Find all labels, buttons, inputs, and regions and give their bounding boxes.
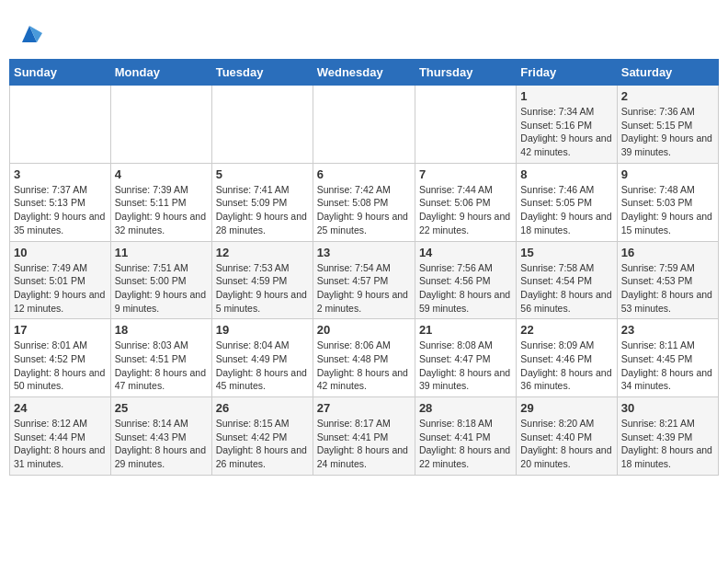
- week-row-2: 10Sunrise: 7:49 AMSunset: 5:01 PMDayligh…: [10, 241, 719, 319]
- day-number: 8: [520, 167, 612, 181]
- day-cell: 13Sunrise: 7:54 AMSunset: 4:57 PMDayligh…: [313, 241, 415, 319]
- day-number: 19: [216, 323, 309, 337]
- day-info: Sunrise: 8:04 AMSunset: 4:49 PMDaylight:…: [216, 339, 309, 393]
- day-info: Sunrise: 8:09 AMSunset: 4:46 PMDaylight:…: [520, 339, 612, 393]
- logo-icon: [13, 17, 46, 50]
- calendar: SundayMondayTuesdayWednesdayThursdayFrid…: [9, 59, 719, 476]
- day-cell: [10, 86, 111, 164]
- day-cell: [211, 86, 313, 164]
- day-info: Sunrise: 7:51 AMSunset: 5:00 PMDaylight:…: [115, 261, 208, 316]
- day-info: Sunrise: 8:17 AMSunset: 4:41 PMDaylight:…: [317, 417, 411, 471]
- day-number: 24: [14, 401, 107, 415]
- day-info: Sunrise: 7:58 AMSunset: 4:54 PMDaylight:…: [520, 261, 612, 316]
- calendar-body: 1Sunrise: 7:34 AMSunset: 5:16 PMDaylight…: [10, 86, 719, 476]
- day-cell: 16Sunrise: 7:59 AMSunset: 4:53 PMDayligh…: [617, 241, 718, 319]
- day-number: 13: [317, 246, 411, 259]
- day-info: Sunrise: 7:44 AMSunset: 5:06 PMDaylight:…: [419, 183, 512, 237]
- day-info: Sunrise: 7:54 AMSunset: 4:57 PMDaylight:…: [317, 261, 411, 316]
- day-number: 5: [216, 167, 309, 181]
- day-number: 28: [419, 401, 512, 415]
- day-cell: 30Sunrise: 8:21 AMSunset: 4:39 PMDayligh…: [617, 397, 718, 476]
- day-cell: 28Sunrise: 8:18 AMSunset: 4:41 PMDayligh…: [415, 397, 516, 476]
- day-info: Sunrise: 7:53 AMSunset: 4:59 PMDaylight:…: [216, 261, 309, 316]
- day-number: 2: [621, 89, 714, 103]
- day-cell: 9Sunrise: 7:48 AMSunset: 5:03 PMDaylight…: [617, 163, 718, 241]
- day-info: Sunrise: 7:48 AMSunset: 5:03 PMDaylight:…: [621, 183, 714, 237]
- day-number: 14: [419, 246, 512, 259]
- day-cell: 21Sunrise: 8:08 AMSunset: 4:47 PMDayligh…: [415, 319, 516, 397]
- calendar-header: SundayMondayTuesdayWednesdayThursdayFrid…: [10, 60, 719, 86]
- day-number: 16: [621, 246, 714, 259]
- day-cell: [415, 86, 516, 164]
- day-cell: 23Sunrise: 8:11 AMSunset: 4:45 PMDayligh…: [617, 319, 718, 397]
- day-number: 9: [621, 167, 714, 181]
- day-number: 15: [520, 246, 612, 259]
- header-thursday: Thursday: [415, 60, 516, 86]
- day-number: 20: [317, 323, 411, 337]
- day-info: Sunrise: 8:14 AMSunset: 4:43 PMDaylight:…: [115, 417, 208, 471]
- day-info: Sunrise: 8:01 AMSunset: 4:52 PMDaylight:…: [14, 339, 107, 393]
- day-cell: 12Sunrise: 7:53 AMSunset: 4:59 PMDayligh…: [211, 241, 313, 319]
- day-cell: 24Sunrise: 8:12 AMSunset: 4:44 PMDayligh…: [10, 397, 111, 476]
- day-info: Sunrise: 7:34 AMSunset: 5:16 PMDaylight:…: [520, 105, 612, 159]
- day-info: Sunrise: 7:36 AMSunset: 5:15 PMDaylight:…: [621, 105, 714, 159]
- day-number: 25: [115, 401, 208, 415]
- day-cell: 17Sunrise: 8:01 AMSunset: 4:52 PMDayligh…: [10, 319, 111, 397]
- logo: [9, 17, 46, 50]
- day-cell: [313, 86, 415, 164]
- day-cell: [110, 86, 211, 164]
- day-number: 22: [520, 323, 612, 337]
- day-cell: 7Sunrise: 7:44 AMSunset: 5:06 PMDaylight…: [415, 163, 516, 241]
- header-row: SundayMondayTuesdayWednesdayThursdayFrid…: [10, 60, 719, 86]
- header: [9, 9, 719, 50]
- day-number: 1: [520, 89, 612, 103]
- header-saturday: Saturday: [617, 60, 718, 86]
- day-cell: 14Sunrise: 7:56 AMSunset: 4:56 PMDayligh…: [415, 241, 516, 319]
- day-info: Sunrise: 7:41 AMSunset: 5:09 PMDaylight:…: [216, 183, 309, 237]
- day-info: Sunrise: 8:11 AMSunset: 4:45 PMDaylight:…: [621, 339, 714, 393]
- day-cell: 25Sunrise: 8:14 AMSunset: 4:43 PMDayligh…: [110, 397, 211, 476]
- day-info: Sunrise: 7:39 AMSunset: 5:11 PMDaylight:…: [115, 183, 208, 237]
- day-info: Sunrise: 7:59 AMSunset: 4:53 PMDaylight:…: [621, 261, 714, 316]
- day-cell: 8Sunrise: 7:46 AMSunset: 5:05 PMDaylight…: [517, 163, 617, 241]
- day-info: Sunrise: 8:12 AMSunset: 4:44 PMDaylight:…: [14, 417, 107, 471]
- day-info: Sunrise: 8:06 AMSunset: 4:48 PMDaylight:…: [317, 339, 411, 393]
- day-cell: 6Sunrise: 7:42 AMSunset: 5:08 PMDaylight…: [313, 163, 415, 241]
- day-number: 30: [621, 401, 714, 415]
- header-wednesday: Wednesday: [313, 60, 415, 86]
- day-number: 21: [419, 323, 512, 337]
- day-number: 26: [216, 401, 309, 415]
- day-cell: 20Sunrise: 8:06 AMSunset: 4:48 PMDayligh…: [313, 319, 415, 397]
- week-row-4: 24Sunrise: 8:12 AMSunset: 4:44 PMDayligh…: [10, 397, 719, 476]
- day-cell: 15Sunrise: 7:58 AMSunset: 4:54 PMDayligh…: [517, 241, 617, 319]
- week-row-1: 3Sunrise: 7:37 AMSunset: 5:13 PMDaylight…: [10, 163, 719, 241]
- day-number: 29: [520, 401, 612, 415]
- day-cell: 1Sunrise: 7:34 AMSunset: 5:16 PMDaylight…: [517, 86, 617, 164]
- day-info: Sunrise: 7:42 AMSunset: 5:08 PMDaylight:…: [317, 183, 411, 237]
- day-cell: 22Sunrise: 8:09 AMSunset: 4:46 PMDayligh…: [517, 319, 617, 397]
- day-number: 27: [317, 401, 411, 415]
- day-number: 10: [14, 246, 107, 259]
- day-cell: 2Sunrise: 7:36 AMSunset: 5:15 PMDaylight…: [617, 86, 718, 164]
- day-number: 7: [419, 167, 512, 181]
- day-cell: 19Sunrise: 8:04 AMSunset: 4:49 PMDayligh…: [211, 319, 313, 397]
- day-cell: 5Sunrise: 7:41 AMSunset: 5:09 PMDaylight…: [211, 163, 313, 241]
- day-info: Sunrise: 7:37 AMSunset: 5:13 PMDaylight:…: [14, 183, 107, 237]
- day-info: Sunrise: 8:20 AMSunset: 4:40 PMDaylight:…: [520, 417, 612, 471]
- day-cell: 3Sunrise: 7:37 AMSunset: 5:13 PMDaylight…: [10, 163, 111, 241]
- day-cell: 27Sunrise: 8:17 AMSunset: 4:41 PMDayligh…: [313, 397, 415, 476]
- week-row-0: 1Sunrise: 7:34 AMSunset: 5:16 PMDaylight…: [10, 86, 719, 164]
- header-monday: Monday: [110, 60, 211, 86]
- day-number: 11: [115, 246, 208, 259]
- day-number: 23: [621, 323, 714, 337]
- day-number: 17: [14, 323, 107, 337]
- day-info: Sunrise: 8:08 AMSunset: 4:47 PMDaylight:…: [419, 339, 512, 393]
- day-info: Sunrise: 8:18 AMSunset: 4:41 PMDaylight:…: [419, 417, 512, 471]
- day-cell: 10Sunrise: 7:49 AMSunset: 5:01 PMDayligh…: [10, 241, 111, 319]
- week-row-3: 17Sunrise: 8:01 AMSunset: 4:52 PMDayligh…: [10, 319, 719, 397]
- day-cell: 26Sunrise: 8:15 AMSunset: 4:42 PMDayligh…: [211, 397, 313, 476]
- day-number: 18: [115, 323, 208, 337]
- day-number: 12: [216, 246, 309, 259]
- day-info: Sunrise: 7:56 AMSunset: 4:56 PMDaylight:…: [419, 261, 512, 316]
- day-info: Sunrise: 8:15 AMSunset: 4:42 PMDaylight:…: [216, 417, 309, 471]
